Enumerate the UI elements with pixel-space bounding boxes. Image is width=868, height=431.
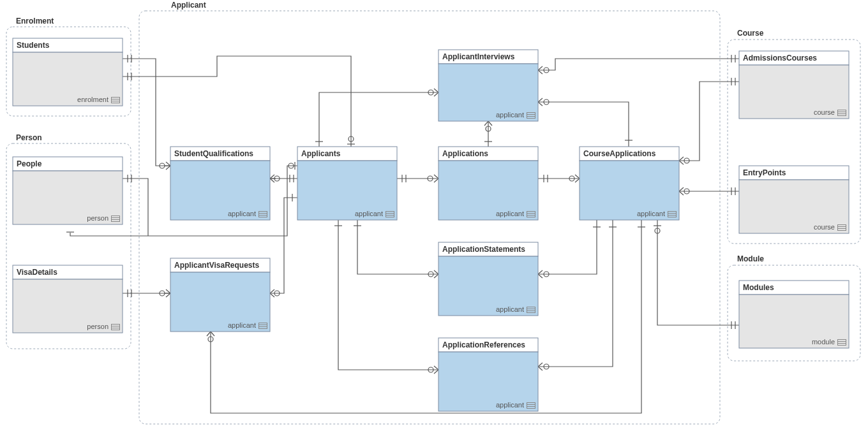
conn-courseapps-modules [654,220,739,329]
entity-people[interactable]: People person [13,157,123,224]
entity-courseapps-schema: applicant [637,210,665,217]
conn-applicants-applications [397,175,438,182]
conn-interviews-courseapps [538,98,632,147]
conn-students-applicants [123,56,355,147]
entity-courseapps-title: CourseApplications [583,149,656,158]
group-module-label: Module [737,254,764,263]
group-course-label: Course [737,29,764,38]
conn-applicants-statements [354,220,438,278]
entity-entrypoints[interactable]: EntryPoints course [739,166,849,233]
entity-applicants-title: Applicants [301,149,341,158]
er-diagram: Enrolment Person Applicant Course Module [0,0,868,431]
entity-admcourses-title: AdmissionsCourses [743,54,817,62]
entity-studentqualifications-title: StudentQualifications [174,149,253,158]
entity-visadetails-schema: person [87,323,108,330]
entity-applicantvisarequests[interactable]: ApplicantVisaRequests applicant [170,258,270,332]
entity-statements-title: ApplicationStatements [442,245,525,254]
entity-applications-schema: applicant [496,210,524,217]
conn-references-courseapps [538,220,617,370]
entity-students-title: Students [17,41,50,50]
entity-studentqualifications-schema: applicant [228,210,256,217]
conn-visadetails-visarequests [123,289,170,297]
conn-courseapps-admcourses [679,78,739,164]
conn-applicants-visarequests [270,194,297,297]
entity-applications-title: Applications [442,149,488,158]
entity-studentqualifications[interactable]: StudentQualifications applicant [170,147,270,220]
entity-admissionscourses[interactable]: AdmissionsCourses course [739,51,849,119]
entity-entrypoints-title: EntryPoints [743,168,786,177]
entity-interviews-schema: applicant [496,111,524,119]
entity-visadetails-title: VisaDetails [17,268,57,277]
entity-applicants-schema: applicant [355,210,383,217]
conn-qualifications-applicants [270,175,297,182]
entity-students[interactable]: Students enrolment [13,38,123,106]
entity-modules-schema: module [812,338,835,346]
conn-applications-courseapps [538,175,580,182]
entity-applicationstatements[interactable]: ApplicationStatements applicant [438,242,538,316]
entity-applications[interactable]: Applications applicant [438,147,538,220]
entity-visarequests-title: ApplicantVisaRequests [174,261,259,270]
conn-visarequests-courseapps [207,220,645,413]
entity-visarequests-schema: applicant [228,321,256,329]
conn-courseapps-entrypoints [679,187,739,195]
entity-applicants[interactable]: Applicants applicant [297,147,397,220]
conn-students-qualifications [123,55,170,170]
entity-admcourses-schema: course [814,108,835,116]
entity-people-title: People [17,159,42,168]
entity-interviews-title: ApplicantInterviews [442,52,515,61]
entity-people-schema: person [87,214,108,222]
entity-modules[interactable]: Modules module [739,281,849,348]
entity-students-schema: enrolment [77,96,108,103]
entity-references-title: ApplicationReferences [442,340,525,349]
entity-modules-title: Modules [743,283,774,292]
group-person-label: Person [16,133,42,142]
conn-applicants-references [334,220,438,374]
entity-references-schema: applicant [496,401,524,409]
conn-applicants-interviews [315,89,438,147]
entity-entrypoints-schema: course [814,223,835,231]
conn-applications-interviews [484,121,492,147]
group-enrolment-label: Enrolment [16,17,54,26]
group-applicant-label: Applicant [171,1,206,10]
entity-applicationreferences[interactable]: ApplicationReferences applicant [438,338,538,411]
conn-interviews-courses [538,55,739,74]
entity-courseapplications[interactable]: CourseApplications applicant [580,147,679,220]
conn-statements-courseapps [538,220,601,278]
entity-applicantinterviews[interactable]: ApplicantInterviews applicant [438,50,538,121]
entity-visadetails[interactable]: VisaDetails person [13,265,123,333]
entity-statements-schema: applicant [496,305,524,313]
